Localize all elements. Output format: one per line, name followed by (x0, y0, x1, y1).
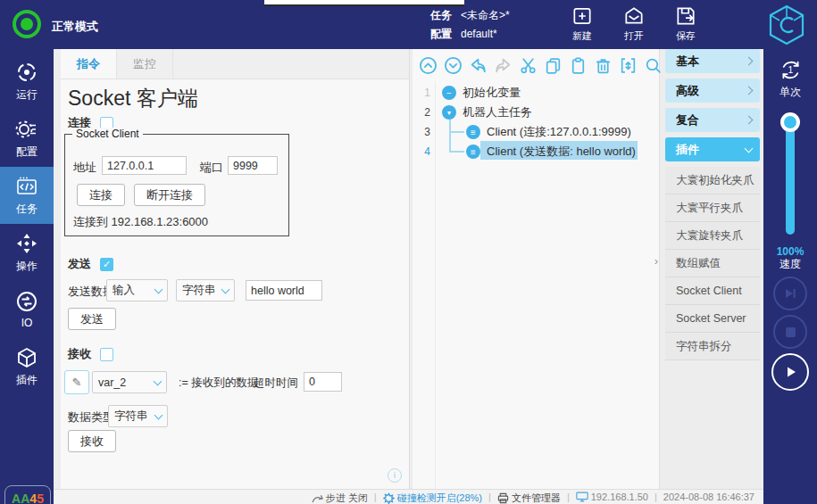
speed-slider-knob[interactable] (780, 112, 800, 132)
port-input[interactable] (228, 156, 278, 175)
operate-move-icon (15, 232, 38, 255)
save-task-button[interactable]: 保存 (666, 4, 705, 43)
node-expanded-icon[interactable]: ▼ (442, 105, 456, 120)
sidebar-item-io[interactable]: IO (0, 281, 54, 338)
send-source-select[interactable]: 输入 (106, 279, 168, 302)
coordinate-badge[interactable]: AA45 (4, 485, 51, 504)
new-task-button[interactable]: 新建 (563, 4, 602, 43)
chevron-right-icon (745, 87, 754, 95)
search-icon[interactable] (644, 56, 663, 75)
io-arrows-icon (15, 290, 38, 313)
category-advanced[interactable]: 高级 (665, 78, 760, 103)
play-icon (783, 365, 797, 379)
instruction-library-panel: 基本 高级 复合 插件 大寰初始化夹爪 大寰平行夹爪 大寰旋转夹爪 数组赋值 S… (665, 49, 760, 489)
cut-icon[interactable] (519, 56, 538, 75)
category-composite[interactable]: 复合 (665, 108, 760, 132)
mode-label: 正常模式 (52, 19, 98, 35)
library-item-dh-parallel-gripper[interactable]: 大寰平行夹爪 (665, 194, 760, 222)
chevron-down-icon (745, 144, 754, 153)
form-title: Socket 客户端 (68, 85, 198, 112)
node-collapsed-icon[interactable]: − (442, 86, 456, 100)
stop-icon (785, 326, 796, 338)
disconnect-button[interactable]: 断开连接 (134, 184, 205, 206)
collapse-icon[interactable] (619, 56, 638, 75)
category-plugin[interactable]: 插件 (665, 137, 760, 161)
receive-button[interactable]: 接收 (68, 430, 116, 452)
sidebar-item-config[interactable]: 配置 (0, 110, 54, 167)
library-item-socket-client[interactable]: Socket Client (665, 277, 760, 305)
status-bar: 步进 关闭 | 碰撞检测开启(28%) | 文件管理器 | 192.168.1.… (54, 489, 763, 504)
tree-row-3[interactable]: 3 ≡ Client (连接:127.0.0.1:9999) (413, 122, 659, 142)
svg-text:1: 1 (788, 65, 793, 75)
chevron-down-icon (154, 410, 163, 419)
brand-logo-icon (767, 4, 806, 45)
connect-button[interactable]: 连接 (77, 184, 125, 206)
library-item-socket-server[interactable]: Socket Server (665, 305, 760, 333)
instruction-form-panel: 指令 监控 Socket 客户端 连接 Socket Client 地址 端口 … (61, 49, 410, 489)
category-basic[interactable]: 基本 (665, 49, 760, 73)
send-type-select[interactable]: 字符串 (176, 279, 235, 302)
paste-icon[interactable] (569, 56, 588, 75)
move-down-icon[interactable] (444, 56, 463, 75)
speed-slider-track[interactable] (786, 122, 795, 235)
edit-variable-button[interactable]: ✎ (64, 370, 89, 394)
tree-row-1[interactable]: 1 − 初始化变量 (413, 83, 659, 103)
send-checkbox-label: 发送 (68, 256, 91, 272)
speed-readout: 100% 速度 (763, 245, 817, 270)
delete-icon[interactable] (594, 56, 613, 75)
move-up-icon[interactable] (419, 56, 438, 75)
undo-icon[interactable] (469, 56, 488, 75)
redo-icon[interactable] (494, 56, 513, 75)
sidebar-item-plugin[interactable]: 插件 (0, 338, 54, 395)
sidebar-item-task[interactable]: 任务 (0, 167, 54, 224)
plugin-cube-icon (15, 346, 38, 369)
receive-checkbox[interactable] (100, 348, 113, 361)
info-icon[interactable]: i (388, 468, 402, 483)
collision-detection-status[interactable]: 碰撞检测开启(28%) (383, 492, 482, 504)
top-bar: 正常模式 任务 <未命名>* 配置 default* 新建 打开 (0, 0, 817, 49)
library-item-string-split[interactable]: 字符串拆分 (665, 333, 760, 360)
robot-ip-status[interactable]: 192.168.1.50 (576, 492, 648, 502)
tree-row-2[interactable]: 2 ▼ 机器人主任务 (413, 103, 659, 122)
play-button[interactable] (771, 353, 809, 391)
robot-status-icon (13, 10, 41, 38)
single-run-toggle[interactable]: 1 单次 (763, 58, 817, 100)
send-button[interactable]: 发送 (68, 308, 116, 330)
sidebar-item-operate[interactable]: 操作 (0, 224, 54, 281)
task-code-icon (15, 175, 38, 198)
tab-instruction[interactable]: 指令 (61, 49, 117, 78)
sidebar-item-run[interactable]: 运行 (0, 53, 54, 110)
datetime-status: 2024-08-08 16:46:37 (663, 492, 754, 502)
stop-button[interactable] (773, 315, 807, 349)
address-input[interactable] (102, 156, 187, 175)
step-forward-button[interactable] (773, 277, 807, 310)
chevron-right-icon (745, 116, 754, 125)
library-item-dh-rotary-gripper[interactable]: 大寰旋转夹爪 (665, 222, 760, 250)
chevron-down-icon (221, 285, 230, 293)
datatype-select[interactable]: 字符串 (108, 405, 168, 427)
fieldset-title: Socket Client (72, 128, 143, 140)
receive-var-select[interactable]: var_2 (92, 371, 167, 393)
send-data-input[interactable] (246, 280, 322, 301)
timeout-input[interactable] (304, 372, 342, 392)
tree-row-4-selected[interactable]: 4 ≡ Client (发送数据: hello world) (413, 142, 659, 161)
collision-icon (383, 492, 395, 504)
copy-icon[interactable] (544, 56, 563, 75)
receive-checkbox-label: 接收 (68, 346, 91, 362)
tab-monitor[interactable]: 监控 (117, 49, 173, 78)
send-checkbox[interactable]: ✓ (100, 258, 113, 271)
library-item-dh-init-gripper[interactable]: 大寰初始化夹爪 (665, 167, 760, 194)
top-notch (264, 0, 464, 6)
config-name-value: default* (461, 25, 497, 44)
monitor-icon (576, 492, 588, 502)
file-manager-status[interactable]: 文件管理器 (497, 492, 561, 504)
library-item-array-assign[interactable]: 数组赋值 (665, 250, 760, 277)
pencil-icon: ✎ (72, 376, 82, 389)
run-controls-panel: 1 单次 100% 速度 (763, 49, 817, 504)
open-task-button[interactable]: 打开 (614, 4, 654, 43)
new-task-icon (571, 4, 594, 28)
node-instruction-icon: ≡ (466, 125, 480, 139)
panel-expander[interactable]: › (654, 254, 658, 268)
chevron-down-icon (154, 285, 163, 293)
step-mode-status[interactable]: 步进 关闭 (312, 492, 368, 504)
